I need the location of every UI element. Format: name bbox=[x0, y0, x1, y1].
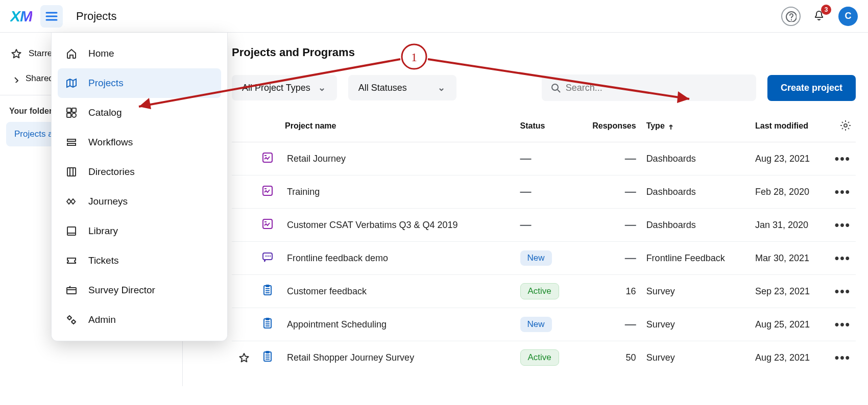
page-title: Projects bbox=[76, 10, 116, 23]
filter-statuses[interactable]: All Statuses ⌄ bbox=[348, 75, 456, 100]
cell-responses: — bbox=[575, 142, 641, 175]
menu-item-label: Survey Director bbox=[88, 285, 155, 296]
search-box[interactable] bbox=[542, 74, 756, 101]
cell-responses: 16 bbox=[575, 275, 641, 308]
user-avatar[interactable]: C bbox=[838, 7, 858, 26]
cell-status: — bbox=[515, 209, 575, 242]
row-actions-button[interactable]: ••• bbox=[835, 185, 851, 198]
survey-icon bbox=[260, 283, 277, 299]
project-name: Training bbox=[287, 187, 320, 197]
project-name: Customer CSAT Verbatims Q3 & Q4 2019 bbox=[287, 220, 457, 231]
star-toggle[interactable] bbox=[237, 318, 250, 331]
menu-item-projects[interactable]: Projects bbox=[58, 68, 221, 98]
section-heading: Projects and Programs bbox=[232, 33, 856, 71]
star-icon bbox=[238, 352, 249, 363]
main-menu-panel: Home Projects Catalog Workflows Director… bbox=[51, 33, 228, 341]
menu-item-library[interactable]: Library bbox=[58, 216, 221, 246]
survey-icon bbox=[260, 349, 277, 366]
table-row[interactable]: Frontline feedback demoNew—Frontline Fee… bbox=[232, 242, 856, 275]
menu-item-label: Home bbox=[88, 48, 114, 59]
col-responses[interactable]: Responses bbox=[575, 110, 641, 142]
col-last-modified[interactable]: Last modified bbox=[750, 110, 830, 142]
table-row[interactable]: Retail Journey——DashboardsAug 23, 2021••… bbox=[232, 142, 856, 175]
menu-item-label: Workflows bbox=[88, 137, 133, 148]
star-toggle[interactable] bbox=[237, 251, 250, 265]
home-icon bbox=[65, 47, 78, 60]
cell-responses: — bbox=[575, 175, 641, 209]
menu-item-tickets[interactable]: Tickets bbox=[58, 246, 221, 275]
row-actions-button[interactable]: ••• bbox=[835, 350, 851, 364]
cell-status: — bbox=[515, 142, 575, 175]
notifications-button[interactable]: 3 bbox=[810, 7, 829, 26]
help-icon bbox=[785, 11, 797, 22]
menu-item-survey-director[interactable]: Survey Director bbox=[58, 275, 221, 305]
cell-modified: Aug 25, 2021 bbox=[750, 308, 830, 341]
main-menu-button[interactable] bbox=[40, 5, 63, 28]
col-type[interactable]: Type bbox=[641, 110, 750, 142]
row-actions-button[interactable]: ••• bbox=[835, 251, 851, 265]
chevron-down-icon: ⌄ bbox=[318, 82, 327, 93]
menu-item-journeys[interactable]: Journeys bbox=[58, 187, 221, 216]
star-toggle[interactable] bbox=[237, 218, 250, 232]
dashboard-icon bbox=[260, 217, 277, 233]
cell-type: Dashboards bbox=[641, 209, 750, 242]
survey-icon bbox=[260, 316, 277, 333]
cell-responses: — bbox=[575, 308, 641, 341]
cell-type: Dashboards bbox=[641, 175, 750, 209]
menu-item-home[interactable]: Home bbox=[58, 39, 221, 68]
table-row[interactable]: Customer feedbackActive16SurveySep 23, 2… bbox=[232, 275, 856, 308]
menu-item-label: Projects bbox=[88, 78, 124, 89]
feedback-icon bbox=[260, 250, 277, 266]
dropdown-label: All Statuses bbox=[358, 83, 407, 93]
cell-status: Active bbox=[515, 275, 575, 308]
cell-responses: 50 bbox=[575, 341, 641, 374]
admin-icon bbox=[65, 313, 78, 326]
chevron-down-icon: ⌄ bbox=[437, 82, 446, 93]
row-actions-button[interactable]: ••• bbox=[835, 218, 851, 232]
project-name: Retail Journey bbox=[287, 154, 346, 164]
cell-modified: Jan 31, 2020 bbox=[750, 209, 830, 242]
menu-item-catalog[interactable]: Catalog bbox=[58, 98, 221, 128]
star-toggle[interactable] bbox=[237, 351, 250, 364]
cell-type: Dashboards bbox=[641, 142, 750, 175]
cell-modified: Feb 28, 2020 bbox=[750, 175, 830, 209]
menu-item-directories[interactable]: Directories bbox=[58, 157, 221, 187]
cell-modified: Mar 30, 2021 bbox=[750, 242, 830, 275]
menu-item-label: Admin bbox=[88, 314, 116, 325]
workflows-icon bbox=[65, 136, 78, 149]
star-toggle[interactable] bbox=[237, 285, 250, 298]
gear-icon[interactable] bbox=[839, 119, 851, 131]
star-toggle[interactable] bbox=[237, 185, 250, 198]
cell-responses: — bbox=[575, 242, 641, 275]
star-toggle[interactable] bbox=[237, 152, 250, 165]
status-badge: New bbox=[520, 250, 552, 266]
col-status[interactable]: Status bbox=[515, 110, 575, 142]
table-row[interactable]: Training——DashboardsFeb 28, 2020••• bbox=[232, 175, 856, 209]
row-actions-button[interactable]: ••• bbox=[835, 317, 851, 331]
table-row[interactable]: Retail Shopper Journey SurveyActive50Sur… bbox=[232, 341, 856, 374]
help-button[interactable] bbox=[781, 7, 801, 26]
cell-responses: — bbox=[575, 209, 641, 242]
table-row[interactable]: Appointment SchedulingNew—SurveyAug 25, … bbox=[232, 308, 856, 341]
menu-item-workflows[interactable]: Workflows bbox=[58, 128, 221, 157]
row-actions-button[interactable]: ••• bbox=[835, 151, 851, 165]
col-project-name[interactable]: Project name bbox=[232, 110, 515, 142]
cell-status: New bbox=[515, 242, 575, 275]
table-row[interactable]: Customer CSAT Verbatims Q3 & Q4 2019——Da… bbox=[232, 209, 856, 242]
menu-item-label: Catalog bbox=[88, 107, 122, 118]
tickets-icon bbox=[65, 254, 78, 267]
dashboard-icon bbox=[260, 184, 277, 200]
project-name: Customer feedback bbox=[287, 286, 367, 297]
menu-item-admin[interactable]: Admin bbox=[58, 305, 221, 335]
chevron-right-icon bbox=[10, 74, 18, 83]
menu-item-label: Library bbox=[88, 225, 118, 237]
filter-project-types[interactable]: All Project Types ⌄ bbox=[232, 75, 337, 100]
menu-item-label: Journeys bbox=[88, 196, 128, 207]
cell-status: New bbox=[515, 308, 575, 341]
status-badge: Active bbox=[520, 349, 559, 366]
journeys-icon bbox=[65, 195, 78, 208]
row-actions-button[interactable]: ••• bbox=[835, 284, 851, 298]
projects-icon bbox=[65, 77, 78, 90]
create-project-button[interactable]: Create project bbox=[767, 75, 856, 101]
search-input[interactable] bbox=[561, 83, 748, 93]
